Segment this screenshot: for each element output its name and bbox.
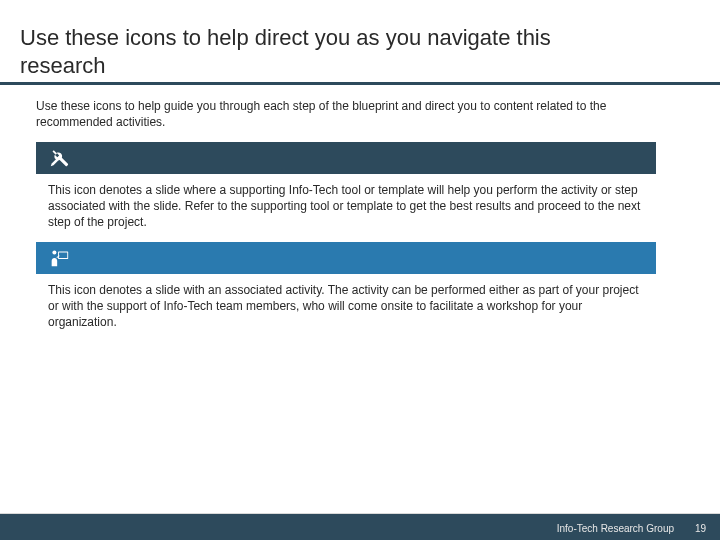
tools-icon: [48, 147, 70, 169]
section-description-workshop: This icon denotes a slide with an associ…: [48, 282, 648, 331]
footer-bar: Info-Tech Research Group 19: [0, 514, 720, 540]
section-banner-workshop: [36, 242, 656, 274]
footer-org: Info-Tech Research Group: [557, 523, 674, 534]
section-description-tools: This icon denotes a slide where a suppor…: [48, 182, 648, 231]
footer-page-number: 19: [695, 523, 706, 534]
section-banner-tools: [36, 142, 656, 174]
svg-rect-2: [59, 253, 67, 259]
svg-point-0: [52, 250, 56, 254]
slide: Use these icons to help direct you as yo…: [0, 0, 720, 540]
teacher-icon: [48, 247, 70, 269]
title-underline: [0, 82, 720, 85]
slide-title: Use these icons to help direct you as yo…: [20, 24, 620, 79]
intro-text: Use these icons to help guide you throug…: [36, 98, 676, 130]
